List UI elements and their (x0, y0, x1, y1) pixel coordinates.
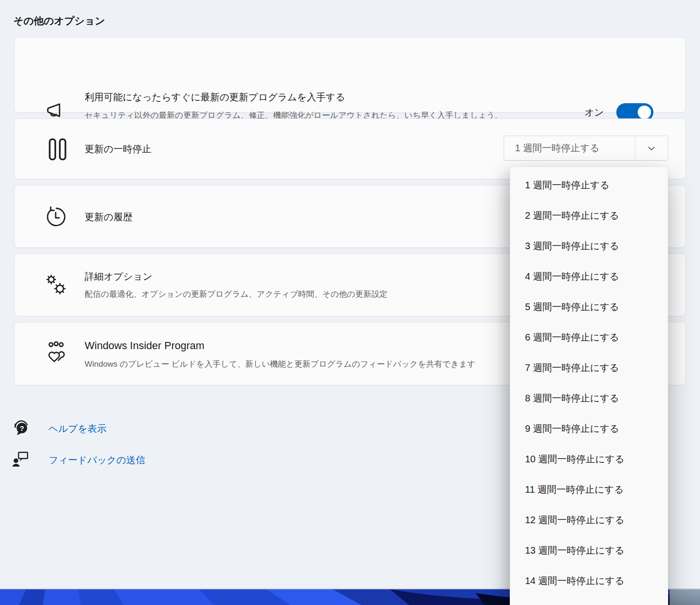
card-title: Windows Insider Program (85, 340, 204, 352)
history-icon (44, 205, 67, 230)
dropdown-item[interactable]: 1 週間一時停止する (510, 170, 668, 200)
pause-duration-flyout: 1 週間一時停止する2 週間一時停止にする3 週間一時停止にする4 週間一時停止… (510, 166, 668, 605)
dropdown-item[interactable]: 12 週間一時停止にする (510, 505, 668, 535)
feedback-icon (11, 449, 30, 471)
footer-link-label: ヘルプを表示 (49, 422, 107, 435)
dropdown-item[interactable]: 15 週間一時停止にする (510, 596, 668, 605)
settings-page: その他のオプション 利用可能になったらすぐに最新の更新プログラムを入手する セキ… (0, 0, 700, 605)
footer-link-label: フィードバックの送信 (49, 454, 145, 467)
toggle-state-label: オン (584, 106, 604, 119)
pause-icon (47, 137, 68, 164)
dropdown-item[interactable]: 4 週間一時停止にする (510, 261, 668, 292)
help-icon: ? (11, 418, 30, 439)
svg-text:?: ? (19, 424, 24, 432)
dropdown-selected-value: 1 週間一時停止する (504, 142, 635, 155)
dropdown-item[interactable]: 5 週間一時停止にする (510, 292, 668, 322)
dropdown-item[interactable]: 10 週間一時停止にする (510, 444, 668, 474)
card-title: 詳細オプション (85, 270, 152, 283)
flyout-items: 1 週間一時停止する2 週間一時停止にする3 週間一時停止にする4 週間一時停止… (510, 170, 668, 605)
dropdown-item[interactable]: 7 週間一時停止にする (510, 352, 668, 383)
card-title: 更新の一時停止 (85, 143, 151, 156)
dropdown-item[interactable]: 8 週間一時停止にする (510, 383, 668, 413)
chevron-down-icon[interactable] (635, 146, 668, 151)
dropdown-item[interactable]: 14 週間一時停止にする (510, 566, 668, 596)
card-title: 利用可能になったらすぐに最新の更新プログラムを入手する (85, 91, 345, 104)
dropdown-item[interactable]: 3 週間一時停止にする (510, 231, 668, 261)
card-title: 更新の履歴 (85, 211, 132, 224)
card-get-latest-updates: 利用可能になったらすぐに最新の更新プログラムを入手する セキュリティ以外の最新の… (14, 37, 686, 113)
send-feedback-link[interactable]: フィードバックの送信 (11, 449, 145, 471)
get-help-link[interactable]: ? ヘルプを表示 (11, 418, 107, 439)
card-description: 配信の最適化、オプションの更新プログラム、アクティブ時間、その他の更新設定 (85, 289, 388, 300)
dropdown-item[interactable]: 2 週間一時停止にする (510, 200, 668, 231)
dropdown-item[interactable]: 6 週間一時停止にする (510, 322, 668, 352)
dropdown-item[interactable]: 9 週間一時停止にする (510, 413, 668, 444)
page-title: その他のオプション (13, 14, 105, 28)
toggle-thumb (638, 106, 651, 119)
pause-duration-dropdown-button[interactable]: 1 週間一時停止する (504, 136, 668, 161)
gears-icon (44, 273, 68, 299)
card-description: Windows のプレビュー ビルドを入手して、新しい機能と更新プログラムのフィ… (85, 359, 476, 370)
dropdown-item[interactable]: 13 週間一時停止にする (510, 535, 668, 566)
people-hearts-icon (44, 341, 68, 367)
dropdown-item[interactable]: 11 週間一時停止にする (510, 474, 668, 505)
